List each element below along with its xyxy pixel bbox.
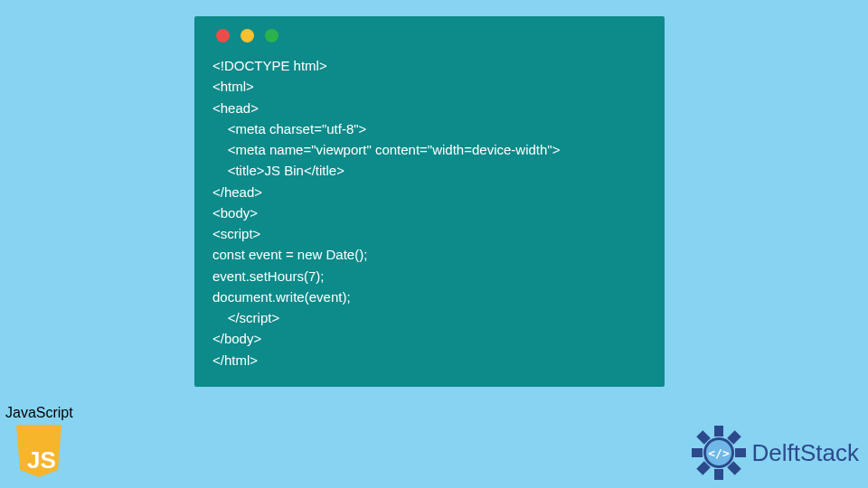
window-controls (212, 29, 646, 42)
minimize-icon[interactable] (241, 29, 254, 42)
svg-rect-6 (692, 448, 703, 457)
javascript-label: JavaScript (5, 405, 73, 421)
javascript-shield-icon: JS (13, 423, 65, 479)
delftstack-logo-icon: </> (691, 425, 747, 481)
brand-logo-area: </> DelftStack (691, 425, 860, 481)
close-icon[interactable] (216, 29, 230, 42)
code-content: <!DOCTYPE html> <html> <head> <meta char… (212, 55, 646, 371)
svg-rect-2 (735, 448, 746, 457)
javascript-badge: JavaScript JS (5, 405, 73, 483)
brand-name: DelftStack (752, 439, 860, 467)
code-window: <!DOCTYPE html> <html> <head> <meta char… (194, 16, 665, 387)
maximize-icon[interactable] (265, 29, 278, 42)
svg-rect-4 (714, 469, 723, 480)
svg-rect-0 (714, 426, 723, 436)
logo-glyph: </> (708, 446, 730, 460)
shield-text: JS (27, 446, 56, 474)
